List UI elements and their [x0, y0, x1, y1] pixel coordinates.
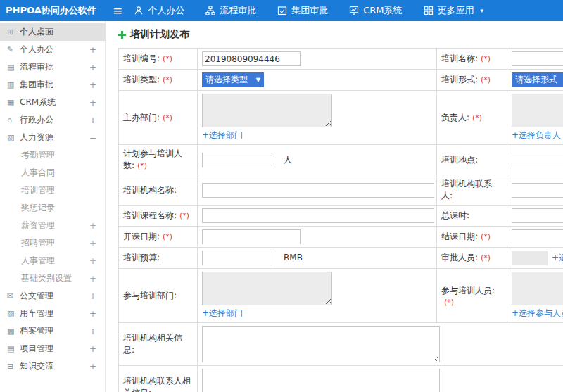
sidebar-item-hr-contract[interactable]: 人事合同 [0, 164, 105, 182]
select-approver-link[interactable]: +选择审批 [552, 253, 563, 263]
sidebar-item-reward-punish-records[interactable]: 奖惩记录 [0, 199, 105, 217]
sidebar: ⊞个人桌面✎个人办公+▤流程审批+▥集团审批+▦CRM系统+⌂行政办公+▧人力资… [0, 21, 106, 392]
training-org-contact-input[interactable] [512, 183, 563, 198]
select-leader-link[interactable]: +选择负责人 [512, 130, 561, 140]
training-type-select[interactable]: 请选择类型▼ [202, 72, 264, 87]
topnav-item-crm-system[interactable]: CRM系统 [349, 4, 402, 17]
caret-down-icon: ▾ [481, 7, 484, 14]
sidebar-item-group-approval[interactable]: ▥集团审批+ [0, 76, 105, 94]
sidebar-item-vehicle-mgmt[interactable]: ▨用车管理+ [0, 305, 105, 322]
field-label-text: 培训编号: [123, 53, 160, 63]
training-form-select[interactable]: 请选择形式▼ [512, 72, 563, 87]
field-label: 计划参与培训人数:(*) [119, 145, 198, 175]
training-name-input[interactable] [512, 51, 563, 66]
training-code-input[interactable] [202, 51, 301, 66]
field-label-text: 结课日期: [441, 232, 478, 241]
expand-plus-icon[interactable]: + [89, 63, 96, 72]
topnav-item-more-apps[interactable]: 更多应用▾ [424, 4, 484, 17]
form-row: 培训课程名称:(*)总课时: [119, 206, 563, 227]
required-marker: (*) [481, 75, 491, 84]
expand-plus-icon[interactable]: + [89, 80, 96, 90]
main-layout: ⊞个人桌面✎个人办公+▤流程审批+▥集团审批+▦CRM系统+⌂行政办公+▧人力资… [0, 21, 563, 392]
approval-icon [277, 6, 287, 15]
select-participants-link[interactable]: +选择参与人员 [512, 308, 563, 318]
sidebar-item-training-mgmt[interactable]: 培训管理 [0, 182, 105, 199]
expand-plus-icon[interactable]: + [89, 256, 96, 266]
expand-plus-icon[interactable]: + [89, 362, 96, 372]
select-department-link[interactable]: +选择部门 [202, 130, 243, 140]
desktop-icon: ⊞ [7, 27, 20, 37]
participants-textarea[interactable] [512, 272, 563, 305]
expand-plus-icon[interactable]: + [89, 291, 96, 301]
page-title: 培训计划发布 [118, 28, 563, 41]
topnav-item-group-approval[interactable]: 集团审批 [277, 4, 328, 17]
sidebar-item-salary-mgmt[interactable]: 薪资管理+ [0, 217, 105, 234]
sidebar-item-personal-desktop[interactable]: ⊞个人桌面 [0, 23, 105, 41]
expand-plus-icon[interactable]: + [89, 274, 96, 284]
expand-plus-icon[interactable]: + [89, 45, 96, 55]
sidebar-item-knowledge-exchange[interactable]: ⊟知识交流+ [0, 358, 105, 375]
expand-plus-icon[interactable]: + [89, 221, 96, 231]
sidebar-item-document-mgmt[interactable]: ✉公文管理+ [0, 287, 105, 305]
field-label: 开课日期:(*) [119, 227, 198, 248]
field-cell [507, 175, 563, 206]
car-icon: ▨ [7, 309, 20, 318]
select-value: 请选择形式 [515, 74, 557, 86]
required-marker: (*) [481, 232, 491, 241]
select-department-link[interactable]: +选择部门 [202, 308, 243, 318]
person-icon [134, 6, 144, 15]
sidebar-item-personal-office[interactable]: ✎个人办公+ [0, 41, 105, 58]
sidebar-item-admin-office[interactable]: ⌂行政办公+ [0, 111, 105, 129]
sidebar-item-attendance-mgmt[interactable]: 考勤管理 [0, 146, 105, 164]
sidebar-item-label: 基础类别设置 [21, 272, 89, 284]
sidebar-item-human-resources[interactable]: ▧人力资源− [0, 129, 105, 146]
course-name-input[interactable] [202, 208, 434, 223]
field-label: 审批人员:(*) [437, 248, 507, 269]
topnav-item-process-approval[interactable]: 流程审批 [205, 4, 256, 17]
page-title-text: 培训计划发布 [130, 28, 189, 41]
expand-plus-icon[interactable]: + [89, 344, 96, 354]
expand-plus-icon[interactable]: + [89, 309, 96, 319]
training-location-input[interactable] [512, 153, 563, 167]
total-class-hours-input[interactable] [512, 208, 563, 223]
topnav-item-personal-office[interactable]: 个人办公 [134, 4, 184, 17]
sidebar-item-crm-system[interactable]: ▦CRM系统+ [0, 94, 105, 111]
hr-icon: ▧ [7, 133, 20, 142]
training-org-contact-info-textarea[interactable] [202, 369, 440, 392]
expand-plus-icon[interactable]: + [89, 98, 96, 108]
budget-input[interactable] [202, 251, 272, 265]
training-org-name-input[interactable] [202, 183, 434, 198]
sidebar-item-label: 招聘管理 [21, 237, 89, 249]
required-marker: (*) [179, 211, 189, 220]
sidebar-item-process-approval[interactable]: ▤流程审批+ [0, 58, 105, 76]
sidebar-item-project-mgmt[interactable]: ▤项目管理+ [0, 340, 105, 358]
chat-icon: ⊟ [7, 362, 20, 371]
field-label: 参与培训人员:(*) [437, 269, 507, 323]
field-cell [198, 49, 437, 70]
planned-participant-count-input[interactable] [202, 153, 272, 167]
sidebar-item-personnel-mgmt[interactable]: 人事管理+ [0, 252, 105, 270]
end-date-input[interactable] [512, 229, 563, 244]
sidebar-item-archive-mgmt[interactable]: ▩档案管理+ [0, 322, 105, 340]
collapse-minus-icon[interactable]: − [89, 133, 96, 143]
field-cell [198, 323, 563, 366]
participating-departments-textarea[interactable] [202, 272, 332, 305]
field-label-text: 负责人: [441, 113, 469, 122]
training-plan-form: 培训编号:(*)培训名称:(*)培训类型:(*)请选择类型▼培训形式:(*)请选… [118, 48, 563, 392]
field-cell [507, 206, 563, 227]
sidebar-item-recruitment-mgmt[interactable]: 招聘管理+ [0, 234, 105, 252]
host-department-textarea[interactable] [202, 94, 332, 127]
expand-plus-icon[interactable]: + [89, 327, 96, 336]
approver-input[interactable] [512, 251, 548, 265]
field-label-text: 审批人员: [441, 253, 478, 263]
stamp-icon: ▥ [7, 80, 20, 89]
training-org-info-textarea[interactable] [202, 326, 440, 362]
field-cell: 人 [198, 145, 437, 175]
sidebar-item-label: 集团审批 [20, 79, 89, 91]
expand-plus-icon[interactable]: + [89, 115, 96, 125]
menu-toggle-icon[interactable]: ≡ [113, 5, 122, 17]
start-date-input[interactable] [202, 229, 301, 244]
leader-textarea[interactable] [512, 94, 563, 127]
expand-plus-icon[interactable]: + [89, 239, 96, 248]
sidebar-item-base-category-settings[interactable]: 基础类别设置+ [0, 270, 105, 287]
